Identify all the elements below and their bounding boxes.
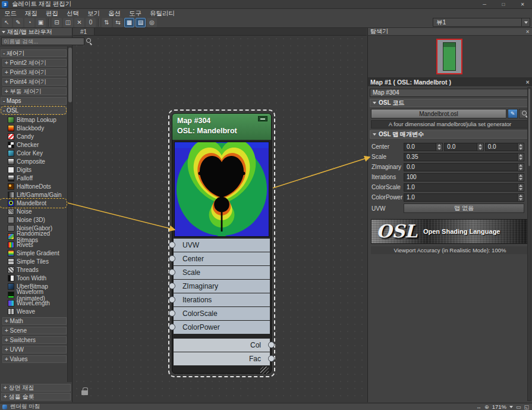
param-spinner[interactable]: 1.0 xyxy=(404,183,524,192)
open-shader-editor-button[interactable]: ✎ xyxy=(508,109,518,118)
node-output-slot[interactable]: Col xyxy=(174,339,270,352)
search-icon[interactable] xyxy=(86,38,92,44)
menu-utilities[interactable]: 유틸리티 xyxy=(146,9,179,17)
browser-row[interactable]: Candy xyxy=(0,133,67,140)
material-preview-button[interactable]: ◎ xyxy=(147,18,157,27)
node-preview[interactable] xyxy=(174,142,269,237)
layout-all-vertical-button[interactable]: ▦ xyxy=(124,18,134,27)
browser-row[interactable]: + Point4 제어기 xyxy=(2,78,67,86)
center-x-spinner[interactable]: 0.0 xyxy=(404,143,443,151)
node-collapse-button[interactable] xyxy=(258,116,267,121)
move-children-button[interactable]: ⇅ xyxy=(102,18,112,27)
center-z-spinner[interactable]: 0.0 xyxy=(485,143,524,151)
node-input-slot[interactable]: UVW xyxy=(174,239,270,252)
navigator-view[interactable] xyxy=(368,36,532,78)
node-input-slot[interactable]: Iterations xyxy=(174,293,270,306)
browser-row[interactable]: Toon Width xyxy=(0,274,67,282)
browser-row[interactable]: - Maps xyxy=(1,97,67,105)
zoom-region-icon[interactable]: ▭ xyxy=(516,404,521,410)
browser-row[interactable]: Noise xyxy=(0,208,67,215)
browser-row[interactable]: + UVW xyxy=(2,346,67,353)
browser-row[interactable]: Mandelbrot xyxy=(0,199,67,207)
input-socket[interactable] xyxy=(169,324,175,330)
browser-row[interactable]: Randomized Bitmaps xyxy=(0,233,67,240)
menu-material[interactable]: 재질 xyxy=(21,9,42,17)
input-socket[interactable] xyxy=(169,283,175,289)
fit-view-icon[interactable]: ◱ xyxy=(524,404,529,410)
show-background-button[interactable]: 0 xyxy=(86,18,96,27)
browser-row[interactable]: + Scene xyxy=(2,327,67,334)
browser-row[interactable]: Noise (3D) xyxy=(0,216,67,224)
browser-row[interactable]: Waveform (animated) xyxy=(0,291,67,299)
spinner-arrows[interactable] xyxy=(517,184,524,191)
param-spinner[interactable]: 100 xyxy=(404,173,524,181)
browser-row[interactable]: Falloff xyxy=(0,174,67,182)
uvw-map-button[interactable]: 맵 없음 xyxy=(404,204,524,213)
param-spinner[interactable]: 1.0 xyxy=(404,193,524,202)
browser-row[interactable]: + Math xyxy=(2,317,67,325)
browser-row[interactable]: Threads xyxy=(0,266,67,274)
node-input-slot[interactable]: Center xyxy=(174,252,270,265)
browser-row[interactable]: Composite xyxy=(0,158,67,165)
spinner-arrows[interactable] xyxy=(517,174,524,181)
browser-row[interactable]: Weave xyxy=(0,308,67,315)
navigator-view-bounds[interactable] xyxy=(436,39,462,74)
parameter-scrollbar[interactable] xyxy=(527,87,531,401)
input-socket[interactable] xyxy=(169,310,175,317)
param-spinner[interactable]: 0.35 xyxy=(404,153,524,161)
node-input-slot[interactable]: ColorScale xyxy=(174,307,270,320)
navigator-close-icon[interactable]: ✕ xyxy=(525,29,530,35)
pan-icon[interactable]: ↔ xyxy=(476,404,481,410)
maximize-button[interactable]: □ xyxy=(494,0,513,8)
close-button[interactable]: ✕ xyxy=(513,0,532,8)
menu-tools[interactable]: 도구 xyxy=(125,9,146,17)
browser-row[interactable]: - OSL xyxy=(1,107,67,114)
input-socket[interactable] xyxy=(169,269,175,276)
browser-row[interactable]: - 제어기 xyxy=(1,49,67,57)
browser-row[interactable]: + Point3 제어기 xyxy=(2,68,67,76)
arrange-children-button[interactable]: ⇆ xyxy=(113,18,123,27)
delete-selected-button[interactable]: ✕ xyxy=(74,18,84,27)
menu-mode[interactable]: 모드 xyxy=(0,9,21,17)
osl-code-rollout[interactable]: OSL 코드 xyxy=(370,99,530,107)
sample-slots-group[interactable]: + 샘플 슬롯 xyxy=(1,393,71,400)
scene-materials-group[interactable]: + 장면 재질 xyxy=(1,384,71,392)
spinner-arrows[interactable] xyxy=(436,143,442,151)
browser-row[interactable]: Lift/Gamma/Gain xyxy=(0,191,67,199)
browser-row[interactable]: Simple Gradient xyxy=(0,249,67,257)
browser-row[interactable]: Bitmap Lookup xyxy=(0,116,67,124)
navigator-header[interactable]: 탐색기 ✕ xyxy=(368,28,532,36)
browser-row[interactable]: + Point2 제어기 xyxy=(2,59,67,67)
browser-row[interactable]: WaveLength xyxy=(0,299,67,307)
parameter-editor-header[interactable]: Map #1 ( OSL: Mandelbrot ) ✕ xyxy=(368,78,532,86)
put-to-library-button[interactable]: ◔ xyxy=(24,18,34,27)
mandelbrot-map-node[interactable]: Map #304 OSL: Mandelbrot xyxy=(172,113,272,374)
view-tab-1[interactable]: #1 xyxy=(73,28,95,35)
spinner-arrows[interactable] xyxy=(517,154,524,161)
zoom-chevron-icon[interactable] xyxy=(509,406,513,408)
spinner-arrows[interactable] xyxy=(517,194,524,201)
spinner-arrows[interactable] xyxy=(477,143,483,151)
view-selector[interactable]: 뷰1 xyxy=(433,18,530,27)
search-input[interactable] xyxy=(1,37,84,45)
browser-header[interactable]: 재질/맵 브라우저 xyxy=(0,28,72,36)
input-socket[interactable] xyxy=(169,255,175,262)
menu-view[interactable]: 보기 xyxy=(83,9,104,17)
minimize-button[interactable]: ─ xyxy=(475,0,494,8)
browser-row[interactable]: Blackbody xyxy=(0,124,67,132)
node-resize-grip[interactable] xyxy=(260,367,269,374)
node-output-slot[interactable]: Fac xyxy=(174,352,270,365)
menu-select[interactable]: 선택 xyxy=(62,9,83,17)
menu-options[interactable]: 옵션 xyxy=(104,9,125,17)
select-tool-button[interactable]: ↖ xyxy=(2,18,12,27)
osl-params-rollout[interactable]: OSL 맵 매개변수 xyxy=(370,130,530,139)
parameter-editor-close-icon[interactable]: ✕ xyxy=(525,80,530,85)
center-y-spinner[interactable]: 0.0 xyxy=(444,143,483,151)
lock-icon[interactable] xyxy=(81,390,88,395)
browser-row[interactable]: Rivets xyxy=(0,241,67,249)
param-spinner[interactable]: 0.0 xyxy=(404,163,524,171)
browser-row[interactable]: Checker xyxy=(0,141,67,149)
node-editor-canvas[interactable]: #1 Map #304 OSL: Mandelbrot xyxy=(73,28,367,402)
browser-row[interactable]: Simple Tiles xyxy=(0,258,67,265)
output-socket[interactable] xyxy=(268,342,275,348)
